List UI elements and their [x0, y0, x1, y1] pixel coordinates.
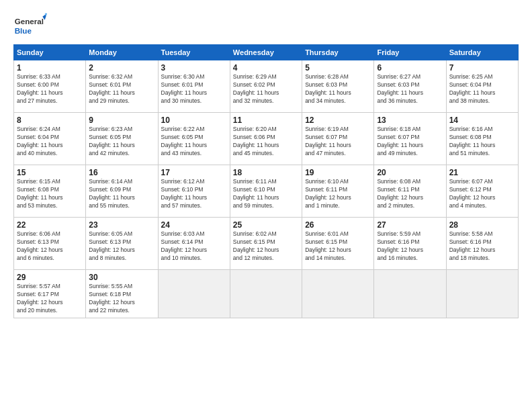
calendar-table: SundayMondayTuesdayWednesdayThursdayFrid… — [13, 44, 519, 318]
calendar-cell: 11Sunrise: 6:20 AM Sunset: 6:06 PM Dayli… — [230, 113, 302, 165]
calendar-cell: 9Sunrise: 6:23 AM Sunset: 6:05 PM Daylig… — [86, 113, 158, 165]
calendar-cell: 13Sunrise: 6:18 AM Sunset: 6:07 PM Dayli… — [374, 113, 446, 165]
day-number: 15 — [17, 168, 83, 177]
calendar-cell: 22Sunrise: 6:06 AM Sunset: 6:13 PM Dayli… — [14, 218, 86, 270]
dow-header: Friday — [374, 45, 446, 60]
dow-header: Sunday — [14, 45, 86, 60]
day-number: 12 — [305, 116, 371, 125]
day-number: 23 — [89, 220, 154, 230]
calendar-cell: 24Sunrise: 6:03 AM Sunset: 6:14 PM Dayli… — [158, 218, 230, 270]
day-number: 16 — [89, 168, 154, 177]
day-info: Sunrise: 6:27 AM Sunset: 6:03 PM Dayligh… — [377, 73, 443, 105]
day-number: 27 — [377, 220, 443, 230]
calendar-cell-empty — [302, 270, 374, 318]
day-info: Sunrise: 6:19 AM Sunset: 6:07 PM Dayligh… — [305, 126, 371, 158]
calendar-cell: 25Sunrise: 6:02 AM Sunset: 6:15 PM Dayli… — [230, 218, 302, 270]
calendar-cell-empty — [374, 270, 446, 318]
calendar-cell: 1Sunrise: 6:33 AM Sunset: 6:00 PM Daylig… — [14, 60, 86, 113]
day-info: Sunrise: 6:32 AM Sunset: 6:01 PM Dayligh… — [89, 73, 154, 105]
day-number: 10 — [161, 116, 227, 125]
calendar-cell: 18Sunrise: 6:11 AM Sunset: 6:10 PM Dayli… — [230, 165, 302, 218]
day-info: Sunrise: 6:06 AM Sunset: 6:13 PM Dayligh… — [17, 230, 83, 263]
logo: General Blue — [13, 12, 47, 39]
day-number: 13 — [377, 116, 443, 125]
day-info: Sunrise: 6:28 AM Sunset: 6:03 PM Dayligh… — [305, 73, 371, 105]
day-number: 20 — [377, 168, 443, 177]
calendar-cell: 23Sunrise: 6:05 AM Sunset: 6:13 PM Dayli… — [86, 218, 158, 270]
day-info: Sunrise: 6:30 AM Sunset: 6:01 PM Dayligh… — [161, 73, 227, 105]
calendar-cell: 12Sunrise: 6:19 AM Sunset: 6:07 PM Dayli… — [302, 113, 374, 165]
day-number: 3 — [161, 63, 227, 73]
dow-header: Monday — [86, 45, 158, 60]
calendar-cell: 5Sunrise: 6:28 AM Sunset: 6:03 PM Daylig… — [302, 60, 374, 113]
calendar-cell: 3Sunrise: 6:30 AM Sunset: 6:01 PM Daylig… — [158, 60, 230, 113]
calendar-cell: 2Sunrise: 6:32 AM Sunset: 6:01 PM Daylig… — [86, 60, 158, 113]
calendar-cell: 15Sunrise: 6:15 AM Sunset: 6:08 PM Dayli… — [14, 165, 86, 218]
day-number: 22 — [17, 220, 83, 230]
calendar-cell: 28Sunrise: 5:58 AM Sunset: 6:16 PM Dayli… — [446, 218, 518, 270]
svg-text:General: General — [15, 17, 44, 26]
calendar-cell: 14Sunrise: 6:16 AM Sunset: 6:08 PM Dayli… — [446, 113, 518, 165]
calendar-cell: 19Sunrise: 6:10 AM Sunset: 6:11 PM Dayli… — [302, 165, 374, 218]
calendar-cell: 17Sunrise: 6:12 AM Sunset: 6:10 PM Dayli… — [158, 165, 230, 218]
calendar-cell: 6Sunrise: 6:27 AM Sunset: 6:03 PM Daylig… — [374, 60, 446, 113]
calendar-cell: 8Sunrise: 6:24 AM Sunset: 6:04 PM Daylig… — [14, 113, 86, 165]
day-info: Sunrise: 6:22 AM Sunset: 6:05 PM Dayligh… — [161, 126, 227, 158]
calendar-cell: 29Sunrise: 5:57 AM Sunset: 6:17 PM Dayli… — [14, 270, 86, 318]
calendar-cell-empty — [158, 270, 230, 318]
day-info: Sunrise: 5:55 AM Sunset: 6:18 PM Dayligh… — [89, 283, 154, 315]
day-info: Sunrise: 6:05 AM Sunset: 6:13 PM Dayligh… — [89, 230, 154, 263]
calendar-cell: 30Sunrise: 5:55 AM Sunset: 6:18 PM Dayli… — [86, 270, 158, 318]
day-info: Sunrise: 6:10 AM Sunset: 6:11 PM Dayligh… — [305, 178, 371, 210]
day-number: 8 — [17, 116, 83, 125]
calendar-cell: 20Sunrise: 6:08 AM Sunset: 6:11 PM Dayli… — [374, 165, 446, 218]
day-number: 6 — [377, 63, 443, 73]
day-info: Sunrise: 5:58 AM Sunset: 6:16 PM Dayligh… — [449, 230, 515, 263]
day-number: 7 — [449, 63, 515, 73]
day-number: 25 — [233, 220, 299, 230]
day-info: Sunrise: 5:57 AM Sunset: 6:17 PM Dayligh… — [17, 283, 83, 315]
day-number: 19 — [305, 168, 371, 177]
calendar-cell: 21Sunrise: 6:07 AM Sunset: 6:12 PM Dayli… — [446, 165, 518, 218]
day-info: Sunrise: 6:29 AM Sunset: 6:02 PM Dayligh… — [233, 73, 299, 105]
day-info: Sunrise: 6:07 AM Sunset: 6:12 PM Dayligh… — [449, 178, 515, 210]
calendar-cell: 27Sunrise: 5:59 AM Sunset: 6:16 PM Dayli… — [374, 218, 446, 270]
day-info: Sunrise: 6:03 AM Sunset: 6:14 PM Dayligh… — [161, 230, 227, 263]
calendar-cell-empty — [446, 270, 518, 318]
calendar-cell: 10Sunrise: 6:22 AM Sunset: 6:05 PM Dayli… — [158, 113, 230, 165]
calendar-cell: 16Sunrise: 6:14 AM Sunset: 6:09 PM Dayli… — [86, 165, 158, 218]
day-number: 2 — [89, 63, 154, 73]
day-info: Sunrise: 6:01 AM Sunset: 6:15 PM Dayligh… — [305, 230, 371, 263]
svg-text:Blue: Blue — [15, 26, 32, 35]
day-number: 24 — [161, 220, 227, 230]
day-info: Sunrise: 6:18 AM Sunset: 6:07 PM Dayligh… — [377, 126, 443, 158]
day-info: Sunrise: 6:08 AM Sunset: 6:11 PM Dayligh… — [377, 178, 443, 210]
day-info: Sunrise: 6:25 AM Sunset: 6:04 PM Dayligh… — [449, 73, 515, 105]
day-number: 1 — [17, 63, 83, 73]
day-info: Sunrise: 6:12 AM Sunset: 6:10 PM Dayligh… — [161, 178, 227, 210]
day-number: 28 — [449, 220, 515, 230]
calendar-cell-empty — [230, 270, 302, 318]
day-info: Sunrise: 6:16 AM Sunset: 6:08 PM Dayligh… — [449, 126, 515, 158]
day-info: Sunrise: 6:23 AM Sunset: 6:05 PM Dayligh… — [89, 126, 154, 158]
day-number: 17 — [161, 168, 227, 177]
day-info: Sunrise: 5:59 AM Sunset: 6:16 PM Dayligh… — [377, 230, 443, 263]
day-number: 4 — [233, 63, 299, 73]
day-number: 26 — [305, 220, 371, 230]
day-number: 29 — [17, 273, 83, 282]
day-number: 18 — [233, 168, 299, 177]
dow-header: Saturday — [446, 45, 518, 60]
day-info: Sunrise: 6:14 AM Sunset: 6:09 PM Dayligh… — [89, 178, 154, 210]
day-number: 9 — [89, 116, 154, 125]
calendar-cell: 26Sunrise: 6:01 AM Sunset: 6:15 PM Dayli… — [302, 218, 374, 270]
day-info: Sunrise: 6:24 AM Sunset: 6:04 PM Dayligh… — [17, 126, 83, 158]
day-info: Sunrise: 6:20 AM Sunset: 6:06 PM Dayligh… — [233, 126, 299, 158]
calendar-cell: 4Sunrise: 6:29 AM Sunset: 6:02 PM Daylig… — [230, 60, 302, 113]
day-number: 30 — [89, 273, 154, 282]
day-number: 5 — [305, 63, 371, 73]
calendar-cell: 7Sunrise: 6:25 AM Sunset: 6:04 PM Daylig… — [446, 60, 518, 113]
logo-icon: General Blue — [13, 12, 47, 39]
day-info: Sunrise: 6:15 AM Sunset: 6:08 PM Dayligh… — [17, 178, 83, 210]
day-info: Sunrise: 6:11 AM Sunset: 6:10 PM Dayligh… — [233, 178, 299, 210]
dow-header: Tuesday — [158, 45, 230, 60]
